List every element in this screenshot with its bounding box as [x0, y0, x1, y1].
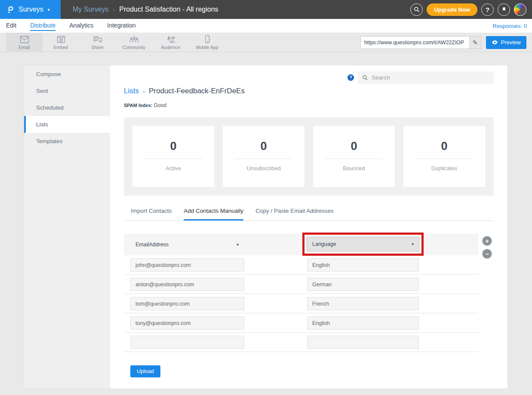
contact-email-input[interactable]	[130, 278, 244, 291]
add-column-button[interactable]: +	[483, 236, 492, 245]
breadcrumb-my-surveys[interactable]: My Surveys	[73, 6, 109, 13]
app-header: Surveys ▾ My Surveys › Product Satisfact…	[0, 0, 532, 19]
lists-content: ? Lists › Product-Feedback-EnFrDeEs SPAM…	[110, 65, 507, 389]
email-icon	[19, 35, 30, 44]
contact-row	[124, 255, 478, 275]
contact-language-input[interactable]	[307, 297, 419, 310]
sidebar-item-compose[interactable]: Compose	[24, 66, 110, 83]
contact-row	[124, 313, 478, 333]
sidebar-item-lists[interactable]: Lists	[24, 116, 110, 133]
tab-import-contacts[interactable]: Import Contacts	[131, 208, 172, 220]
email-lists-card: Compose Sent Scheduled Lists Templates ?…	[24, 65, 507, 389]
contact-email-input[interactable]	[130, 316, 244, 330]
sidebar-item-templates[interactable]: Templates	[24, 133, 110, 150]
contact-language-input[interactable]	[307, 316, 419, 330]
community-icon	[129, 35, 139, 44]
page-title: Product Satisfaction - All regions	[119, 6, 218, 13]
menu-item-edit[interactable]: Edit	[6, 21, 16, 31]
stat-card-unsubscribed: 0 Unsubscribed	[223, 126, 304, 187]
divider	[234, 159, 293, 159]
brand-menu[interactable]: Surveys ▾	[0, 0, 61, 19]
responses-count[interactable]: Responses: 0	[493, 23, 527, 29]
questionpro-logo-icon	[6, 4, 15, 15]
channel-mobile-app[interactable]: Mobile App	[189, 33, 225, 52]
contact-email-input[interactable]	[130, 336, 244, 349]
highlight-annotation: Language ▾	[302, 233, 424, 256]
contact-row	[124, 333, 478, 352]
avatar[interactable]	[514, 3, 526, 16]
channel-embed[interactable]: Embed	[43, 33, 79, 52]
upload-button[interactable]: Upload	[130, 365, 160, 377]
caret-down-icon: ▾	[237, 242, 239, 247]
breadcrumb: Lists › Product-Feedback-EnFrDeEs	[124, 87, 494, 95]
divider	[415, 159, 474, 159]
contact-language-input[interactable]	[307, 258, 419, 272]
help-button[interactable]: ?	[481, 3, 494, 16]
language-column-select[interactable]: Language ▾	[307, 237, 419, 251]
contacts-table: EmailAddress ▾ Language ▾ + −	[124, 234, 478, 352]
header-breadcrumb: My Surveys › Product Satisfaction - All …	[61, 0, 410, 19]
menu-item-distribute[interactable]: Distribute	[30, 21, 55, 31]
preview-button[interactable]: Preview	[486, 36, 526, 49]
caret-down-icon: ▾	[412, 242, 414, 246]
tab-add-contacts-manually[interactable]: Add Contacts Manually	[184, 208, 243, 220]
channel-share[interactable]: Share	[79, 33, 116, 52]
notifications-button[interactable]	[498, 3, 510, 16]
sidebar-item-sent[interactable]: Sent	[24, 83, 110, 99]
question-mark-icon: ?	[349, 75, 352, 80]
search-icon	[362, 75, 368, 81]
chevron-down-icon: ▾	[48, 7, 50, 12]
survey-url-box: ✎	[360, 36, 481, 49]
contacts-table-header: EmailAddress ▾ Language ▾ + −	[124, 234, 478, 255]
stat-card-duplicates: 0 Duplicates	[403, 126, 485, 187]
contact-language-input[interactable]	[307, 336, 419, 349]
divider	[325, 159, 384, 159]
edit-url-button[interactable]: ✎	[469, 37, 481, 49]
mobile-app-icon	[204, 35, 211, 44]
email-sidebar: Compose Sent Scheduled Lists Templates	[24, 65, 110, 389]
contact-language-input[interactable]	[307, 278, 419, 291]
remove-column-button[interactable]: −	[483, 249, 492, 258]
list-name: Product-Feedback-EnFrDeEs	[149, 87, 245, 95]
survey-menu: Edit Distribute Analytics Integration Re…	[0, 19, 532, 33]
menu-item-analytics[interactable]: Analytics	[69, 21, 93, 31]
share-icon	[92, 35, 103, 44]
contact-email-input[interactable]	[130, 258, 244, 272]
eye-icon	[492, 40, 498, 45]
distribute-channel-bar: Email Embed Share Community	[0, 33, 532, 52]
search-icon	[413, 6, 420, 13]
product-name: Surveys	[18, 6, 43, 13]
header-actions: Upgrade Now ?	[410, 0, 532, 19]
question-mark-icon: ?	[486, 6, 489, 13]
chevron-right-icon: ›	[113, 6, 115, 13]
survey-url-input[interactable]	[361, 37, 469, 49]
channel-audience[interactable]: Audience	[152, 33, 189, 52]
contact-email-input[interactable]	[130, 297, 244, 310]
contextual-help-button[interactable]: ?	[347, 74, 354, 81]
sidebar-item-scheduled[interactable]: Scheduled	[24, 99, 110, 116]
minus-icon: −	[485, 251, 489, 257]
audience-icon	[166, 35, 176, 44]
bell-icon	[501, 6, 507, 13]
stat-card-bounced: 0 Bounced	[313, 126, 395, 187]
global-search-button[interactable]	[410, 3, 423, 16]
contact-row	[124, 275, 478, 294]
spam-index: SPAM Index: Good	[124, 102, 494, 108]
stat-card-active: 0 Active	[132, 126, 214, 187]
search-input[interactable]	[372, 74, 489, 81]
channel-email[interactable]: Email	[6, 33, 43, 52]
list-stats-panel: 0 Active 0 Unsubscribed 0 Bounced 0 Dupl…	[124, 117, 494, 196]
contacts-tabs: Import Contacts Add Contacts Manually Co…	[124, 208, 494, 221]
breadcrumb-lists-link[interactable]: Lists	[124, 87, 139, 95]
upgrade-now-button[interactable]: Upgrade Now	[427, 3, 477, 16]
list-search-box	[358, 71, 494, 84]
plus-icon: +	[485, 238, 489, 245]
tab-copy-paste-email-addresses[interactable]: Copy / Paste Email Addresses	[255, 208, 334, 220]
chevron-right-icon: ›	[143, 88, 145, 95]
menu-item-integration[interactable]: Integration	[107, 21, 135, 31]
email-column-select[interactable]: EmailAddress ▾	[135, 242, 239, 248]
divider	[144, 159, 203, 159]
channel-community[interactable]: Community	[116, 33, 152, 52]
pencil-icon: ✎	[473, 39, 478, 46]
embed-icon	[56, 35, 66, 44]
